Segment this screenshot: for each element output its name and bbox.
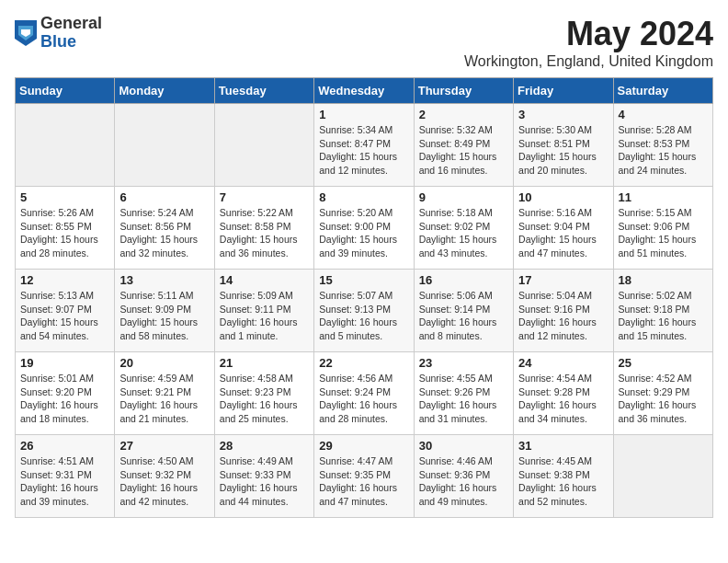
day-info: Sunrise: 5:26 AMSunset: 8:55 PMDaylight:…	[20, 206, 109, 260]
calendar-cell: 30Sunrise: 4:46 AMSunset: 9:36 PMDayligh…	[414, 435, 513, 518]
day-info: Sunrise: 4:59 AMSunset: 9:21 PMDaylight:…	[119, 372, 209, 426]
calendar-cell: 21Sunrise: 4:58 AMSunset: 9:23 PMDayligh…	[214, 352, 313, 435]
day-number: 31	[518, 439, 608, 453]
calendar-cell: 12Sunrise: 5:13 AMSunset: 9:07 PMDayligh…	[16, 270, 115, 352]
day-info: Sunrise: 5:18 AMSunset: 9:02 PMDaylight:…	[419, 206, 508, 260]
day-number: 13	[119, 273, 209, 287]
header: General Blue May 2024 Workington, Englan…	[15, 15, 713, 70]
week-row-3: 12Sunrise: 5:13 AMSunset: 9:07 PMDayligh…	[16, 270, 713, 352]
day-info: Sunrise: 5:30 AMSunset: 8:51 PMDaylight:…	[518, 123, 608, 178]
month-title: May 2024	[464, 15, 713, 53]
day-number: 9	[419, 190, 508, 204]
day-info: Sunrise: 5:34 AMSunset: 8:47 PMDaylight:…	[319, 123, 408, 178]
day-info: Sunrise: 5:13 AMSunset: 9:07 PMDaylight:…	[20, 289, 109, 343]
calendar-cell: 2Sunrise: 5:32 AMSunset: 8:49 PMDaylight…	[414, 104, 513, 187]
calendar-cell: 27Sunrise: 4:50 AMSunset: 9:32 PMDayligh…	[115, 435, 214, 518]
day-number: 22	[319, 356, 408, 370]
day-info: Sunrise: 5:24 AMSunset: 8:56 PMDaylight:…	[119, 206, 209, 260]
day-number: 2	[419, 108, 508, 121]
day-number: 19	[20, 356, 109, 370]
day-info: Sunrise: 5:09 AMSunset: 9:11 PMDaylight:…	[220, 289, 309, 343]
week-row-5: 26Sunrise: 4:51 AMSunset: 9:31 PMDayligh…	[16, 435, 713, 518]
calendar-cell: 14Sunrise: 5:09 AMSunset: 9:11 PMDayligh…	[214, 270, 313, 352]
calendar-cell: 15Sunrise: 5:07 AMSunset: 9:13 PMDayligh…	[314, 270, 414, 352]
weekday-header-wednesday: Wednesday	[314, 78, 414, 104]
day-number: 4	[619, 108, 708, 121]
calendar-header: SundayMondayTuesdayWednesdayThursdayFrid…	[16, 78, 713, 104]
calendar: SundayMondayTuesdayWednesdayThursdayFrid…	[15, 77, 713, 518]
day-info: Sunrise: 4:54 AMSunset: 9:28 PMDaylight:…	[518, 372, 608, 426]
calendar-cell: 7Sunrise: 5:22 AMSunset: 8:58 PMDaylight…	[214, 187, 313, 270]
day-number: 3	[518, 108, 608, 121]
day-info: Sunrise: 5:11 AMSunset: 9:09 PMDaylight:…	[119, 289, 209, 343]
calendar-cell: 6Sunrise: 5:24 AMSunset: 8:56 PMDaylight…	[115, 187, 214, 270]
day-number: 16	[419, 273, 508, 287]
day-number: 18	[619, 273, 708, 287]
calendar-cell	[214, 104, 313, 187]
day-number: 14	[220, 273, 309, 287]
day-number: 24	[518, 356, 608, 370]
day-info: Sunrise: 4:47 AMSunset: 9:35 PMDaylight:…	[319, 454, 408, 509]
day-number: 6	[119, 190, 209, 204]
calendar-cell	[115, 104, 214, 187]
day-number: 21	[220, 356, 309, 370]
day-number: 12	[20, 273, 109, 287]
day-info: Sunrise: 4:49 AMSunset: 9:33 PMDaylight:…	[220, 454, 309, 509]
calendar-cell: 9Sunrise: 5:18 AMSunset: 9:02 PMDaylight…	[414, 187, 513, 270]
weekday-header-saturday: Saturday	[613, 78, 712, 104]
location-title: Workington, England, United Kingdom	[464, 53, 713, 70]
day-info: Sunrise: 5:06 AMSunset: 9:14 PMDaylight:…	[419, 289, 508, 343]
day-info: Sunrise: 4:45 AMSunset: 9:38 PMDaylight:…	[518, 454, 608, 509]
day-info: Sunrise: 4:55 AMSunset: 9:26 PMDaylight:…	[419, 372, 508, 426]
day-number: 1	[319, 108, 408, 121]
calendar-cell: 8Sunrise: 5:20 AMSunset: 9:00 PMDaylight…	[314, 187, 414, 270]
day-number: 15	[319, 273, 408, 287]
day-number: 11	[619, 190, 708, 204]
weekday-row: SundayMondayTuesdayWednesdayThursdayFrid…	[16, 78, 713, 104]
weekday-header-monday: Monday	[115, 78, 214, 104]
day-number: 8	[319, 190, 408, 204]
week-row-2: 5Sunrise: 5:26 AMSunset: 8:55 PMDaylight…	[16, 187, 713, 270]
weekday-header-tuesday: Tuesday	[214, 78, 313, 104]
day-info: Sunrise: 4:51 AMSunset: 9:31 PMDaylight:…	[20, 454, 109, 509]
weekday-header-thursday: Thursday	[414, 78, 513, 104]
day-info: Sunrise: 5:15 AMSunset: 9:06 PMDaylight:…	[619, 206, 708, 260]
day-info: Sunrise: 4:56 AMSunset: 9:24 PMDaylight:…	[319, 372, 408, 426]
calendar-cell: 31Sunrise: 4:45 AMSunset: 9:38 PMDayligh…	[514, 435, 613, 518]
logo-general-label: General	[40, 15, 102, 33]
day-info: Sunrise: 5:01 AMSunset: 9:20 PMDaylight:…	[20, 372, 109, 426]
day-number: 10	[518, 190, 608, 204]
logo-blue-label: Blue	[40, 33, 102, 52]
weekday-header-friday: Friday	[514, 78, 613, 104]
logo: General Blue	[15, 15, 102, 52]
logo-text: General Blue	[40, 15, 102, 52]
day-info: Sunrise: 5:16 AMSunset: 9:04 PMDaylight:…	[518, 206, 608, 260]
calendar-cell: 4Sunrise: 5:28 AMSunset: 8:53 PMDaylight…	[613, 104, 712, 187]
calendar-cell: 22Sunrise: 4:56 AMSunset: 9:24 PMDayligh…	[314, 352, 414, 435]
calendar-cell: 20Sunrise: 4:59 AMSunset: 9:21 PMDayligh…	[115, 352, 214, 435]
title-area: May 2024 Workington, England, United Kin…	[464, 15, 713, 70]
weekday-header-sunday: Sunday	[16, 78, 115, 104]
day-info: Sunrise: 5:22 AMSunset: 8:58 PMDaylight:…	[220, 206, 309, 260]
calendar-cell: 26Sunrise: 4:51 AMSunset: 9:31 PMDayligh…	[16, 435, 115, 518]
calendar-cell: 3Sunrise: 5:30 AMSunset: 8:51 PMDaylight…	[514, 104, 613, 187]
day-info: Sunrise: 5:04 AMSunset: 9:16 PMDaylight:…	[518, 289, 608, 343]
calendar-cell: 28Sunrise: 4:49 AMSunset: 9:33 PMDayligh…	[214, 435, 313, 518]
day-info: Sunrise: 5:02 AMSunset: 9:18 PMDaylight:…	[619, 289, 708, 343]
day-number: 30	[419, 439, 508, 453]
day-number: 5	[20, 190, 109, 204]
calendar-cell: 5Sunrise: 5:26 AMSunset: 8:55 PMDaylight…	[16, 187, 115, 270]
day-info: Sunrise: 5:28 AMSunset: 8:53 PMDaylight:…	[619, 123, 708, 178]
day-number: 17	[518, 273, 608, 287]
day-number: 28	[220, 439, 309, 453]
calendar-cell: 17Sunrise: 5:04 AMSunset: 9:16 PMDayligh…	[514, 270, 613, 352]
calendar-cell	[16, 104, 115, 187]
calendar-cell: 29Sunrise: 4:47 AMSunset: 9:35 PMDayligh…	[314, 435, 414, 518]
day-number: 7	[220, 190, 309, 204]
calendar-cell: 16Sunrise: 5:06 AMSunset: 9:14 PMDayligh…	[414, 270, 513, 352]
calendar-cell: 11Sunrise: 5:15 AMSunset: 9:06 PMDayligh…	[613, 187, 712, 270]
calendar-cell: 24Sunrise: 4:54 AMSunset: 9:28 PMDayligh…	[514, 352, 613, 435]
day-info: Sunrise: 5:20 AMSunset: 9:00 PMDaylight:…	[319, 206, 408, 260]
calendar-cell: 18Sunrise: 5:02 AMSunset: 9:18 PMDayligh…	[613, 270, 712, 352]
day-number: 20	[119, 356, 209, 370]
